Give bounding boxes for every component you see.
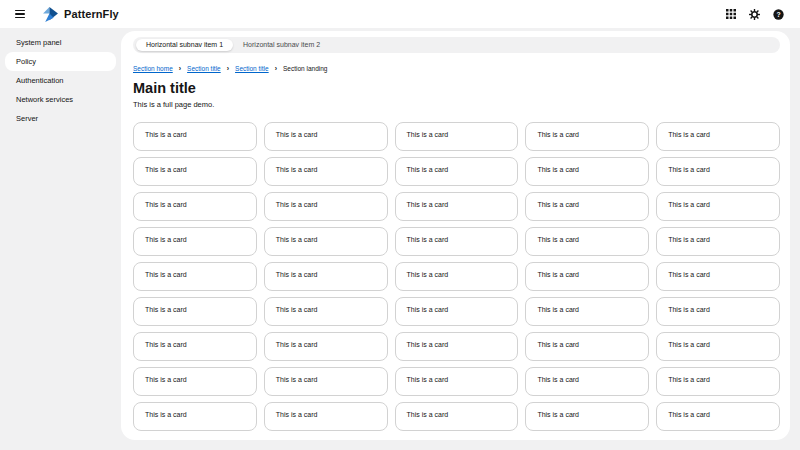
masthead-utilities: ? bbox=[724, 7, 786, 22]
svg-text:?: ? bbox=[776, 10, 780, 17]
page-title: Main title bbox=[133, 80, 780, 96]
patternfly-logo-icon bbox=[42, 6, 59, 23]
card: This is a card bbox=[525, 402, 649, 431]
card: This is a card bbox=[264, 227, 388, 256]
card: This is a card bbox=[395, 227, 519, 256]
card-gallery: This is a cardThis is a cardThis is a ca… bbox=[133, 122, 780, 431]
card-title: This is a card bbox=[668, 131, 710, 138]
card-title: This is a card bbox=[537, 306, 579, 313]
card-title: This is a card bbox=[145, 166, 187, 173]
card: This is a card bbox=[133, 367, 257, 396]
card-title: This is a card bbox=[276, 271, 318, 278]
card-title: This is a card bbox=[145, 236, 187, 243]
card: This is a card bbox=[133, 227, 257, 256]
card: This is a card bbox=[656, 332, 780, 361]
card-title: This is a card bbox=[407, 306, 449, 313]
card: This is a card bbox=[656, 367, 780, 396]
card-title: This is a card bbox=[276, 166, 318, 173]
page-body: System panel Policy Authentication Netwo… bbox=[0, 28, 800, 450]
card: This is a card bbox=[525, 332, 649, 361]
card-title: This is a card bbox=[537, 411, 579, 418]
brand-name: PatternFly bbox=[64, 8, 119, 20]
card-title: This is a card bbox=[145, 271, 187, 278]
card: This is a card bbox=[395, 332, 519, 361]
card: This is a card bbox=[133, 297, 257, 326]
sidebar-item-system-panel[interactable]: System panel bbox=[5, 33, 116, 52]
card: This is a card bbox=[264, 192, 388, 221]
card-title: This is a card bbox=[407, 166, 449, 173]
card-title: This is a card bbox=[145, 376, 187, 383]
card: This is a card bbox=[525, 297, 649, 326]
card: This is a card bbox=[656, 262, 780, 291]
card-title: This is a card bbox=[537, 376, 579, 383]
grid-icon[interactable] bbox=[724, 7, 738, 21]
card-title: This is a card bbox=[668, 236, 710, 243]
chevron-right-icon: › bbox=[227, 65, 229, 72]
card-title: This is a card bbox=[537, 131, 579, 138]
subnav-item-1[interactable]: Horizontal subnav item 1 bbox=[136, 39, 233, 51]
card-title: This is a card bbox=[668, 341, 710, 348]
breadcrumb-link-section-title-1[interactable]: Section title bbox=[187, 65, 221, 72]
sidebar-item-server[interactable]: Server bbox=[5, 109, 116, 128]
hamburger-icon[interactable] bbox=[12, 8, 27, 20]
card: This is a card bbox=[133, 262, 257, 291]
card: This is a card bbox=[656, 297, 780, 326]
brand-logo: PatternFly bbox=[42, 6, 119, 23]
card: This is a card bbox=[264, 297, 388, 326]
card-title: This is a card bbox=[537, 341, 579, 348]
card-title: This is a card bbox=[668, 411, 710, 418]
sidebar-item-policy[interactable]: Policy bbox=[5, 52, 116, 71]
card: This is a card bbox=[395, 157, 519, 186]
card-title: This is a card bbox=[145, 201, 187, 208]
card-title: This is a card bbox=[407, 201, 449, 208]
card-title: This is a card bbox=[407, 411, 449, 418]
card-title: This is a card bbox=[276, 341, 318, 348]
card: This is a card bbox=[133, 332, 257, 361]
sidebar: System panel Policy Authentication Netwo… bbox=[0, 28, 121, 450]
card: This is a card bbox=[525, 192, 649, 221]
card: This is a card bbox=[133, 122, 257, 151]
card-title: This is a card bbox=[407, 376, 449, 383]
horizontal-subnav: Horizontal subnav item 1 Horizontal subn… bbox=[133, 37, 780, 53]
chevron-right-icon: › bbox=[275, 65, 277, 72]
card: This is a card bbox=[395, 192, 519, 221]
sidebar-item-authentication[interactable]: Authentication bbox=[5, 71, 116, 90]
card: This is a card bbox=[395, 262, 519, 291]
masthead: PatternFly bbox=[0, 0, 800, 28]
card: This is a card bbox=[656, 192, 780, 221]
breadcrumb: Section home › Section title › Section t… bbox=[133, 65, 780, 72]
card: This is a card bbox=[656, 402, 780, 431]
card-title: This is a card bbox=[407, 236, 449, 243]
page-subtitle: This is a full page demo. bbox=[133, 100, 780, 109]
card-title: This is a card bbox=[407, 131, 449, 138]
card-title: This is a card bbox=[276, 411, 318, 418]
card: This is a card bbox=[656, 122, 780, 151]
card-title: This is a card bbox=[668, 376, 710, 383]
card: This is a card bbox=[395, 297, 519, 326]
card: This is a card bbox=[264, 262, 388, 291]
card-title: This is a card bbox=[145, 306, 187, 313]
card: This is a card bbox=[525, 227, 649, 256]
card-title: This is a card bbox=[276, 236, 318, 243]
sidebar-item-network-services[interactable]: Network services bbox=[5, 90, 116, 109]
card: This is a card bbox=[656, 227, 780, 256]
question-circle-icon[interactable]: ? bbox=[771, 7, 786, 22]
breadcrumb-link-section-home[interactable]: Section home bbox=[133, 65, 173, 72]
card-title: This is a card bbox=[276, 306, 318, 313]
card-title: This is a card bbox=[145, 131, 187, 138]
card: This is a card bbox=[525, 262, 649, 291]
chevron-right-icon: › bbox=[179, 65, 181, 72]
card-title: This is a card bbox=[537, 166, 579, 173]
breadcrumb-link-section-title-2[interactable]: Section title bbox=[235, 65, 269, 72]
subnav-item-2[interactable]: Horizontal subnav item 2 bbox=[233, 39, 330, 51]
card: This is a card bbox=[264, 157, 388, 186]
card-title: This is a card bbox=[407, 341, 449, 348]
card: This is a card bbox=[395, 367, 519, 396]
card: This is a card bbox=[525, 122, 649, 151]
card-title: This is a card bbox=[145, 341, 187, 348]
card-title: This is a card bbox=[668, 271, 710, 278]
gear-icon[interactable] bbox=[747, 7, 762, 22]
breadcrumb-current-page: Section landing bbox=[283, 65, 327, 72]
card: This is a card bbox=[264, 122, 388, 151]
card-title: This is a card bbox=[276, 201, 318, 208]
